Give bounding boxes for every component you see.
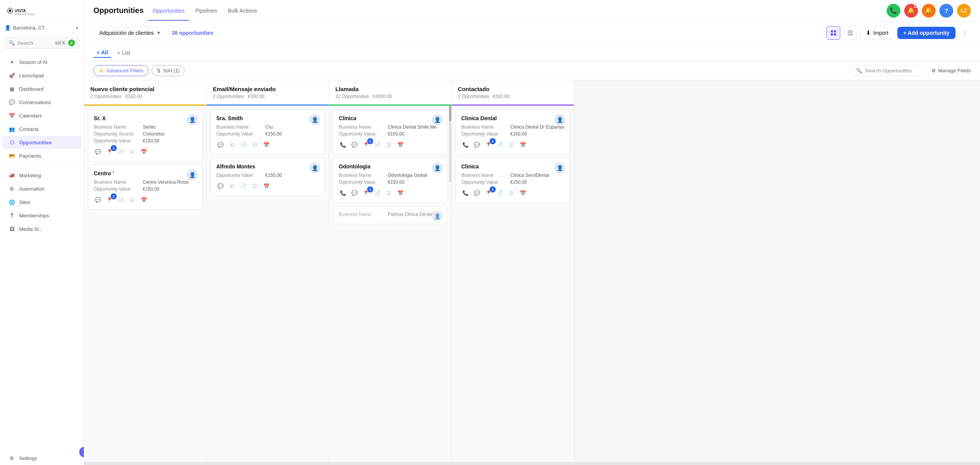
doc-action-icon[interactable]: 📄 bbox=[496, 140, 504, 149]
check-action-icon[interactable]: ☑ bbox=[251, 182, 259, 190]
card-alfredo[interactable]: 👤 Alfredo Montes Opportunity Value: €150… bbox=[211, 158, 325, 196]
import-button[interactable]: ⬇ Import bbox=[860, 26, 894, 39]
card-field: Opportunity Value: €150,00 bbox=[216, 131, 319, 137]
card-field: Opportunity Value: €150,00 bbox=[461, 131, 564, 137]
calendar-action-icon[interactable]: 📅 bbox=[140, 147, 148, 156]
calendar-action-icon[interactable]: 📅 bbox=[262, 182, 271, 190]
sidebar-item-marketing[interactable]: 📣 Marketing bbox=[2, 169, 82, 182]
add-opportunity-button[interactable]: + Add opportunity bbox=[897, 27, 956, 39]
card-name-alfredo: Alfredo Montes bbox=[216, 163, 319, 170]
chat-action-icon[interactable]: 💬 bbox=[473, 189, 481, 197]
doc-action-icon[interactable]: 📄 bbox=[373, 140, 382, 149]
all-tab[interactable]: ≡ All bbox=[93, 48, 111, 58]
help-button[interactable]: ? bbox=[939, 4, 953, 18]
chat-action-icon[interactable]: 💬 bbox=[350, 140, 359, 149]
card-srasmith[interactable]: 👤 Sra. Smith Business Name: Cru Opportun… bbox=[211, 109, 325, 155]
doc-action-icon[interactable]: 📄 bbox=[117, 196, 125, 204]
sidebar-item-contacts[interactable]: 👥 Contacts bbox=[2, 122, 82, 135]
calendar-action-icon[interactable]: 📅 bbox=[396, 140, 405, 149]
card-field: Opportunity Value: €150,00 bbox=[216, 173, 319, 178]
chat-action-icon[interactable]: 💬 bbox=[216, 182, 225, 190]
list-view-button[interactable] bbox=[843, 26, 857, 40]
tag-action-icon[interactable]: 🏷 bbox=[228, 140, 236, 149]
location-selector[interactable]: 👤 Barcelona, CT ▼ bbox=[0, 22, 84, 34]
card-centro[interactable]: 👤 Centro ' Business Name: Centro Veronic… bbox=[88, 165, 203, 210]
manage-fields-button[interactable]: ⚙ Manage Fields bbox=[931, 68, 971, 73]
sidebar-item-memberships[interactable]: 🎖 Memberships bbox=[2, 209, 82, 222]
card-field: Business Name: Clinica Dental Smile Me bbox=[339, 124, 442, 130]
calendar-action-icon[interactable]: 📅 bbox=[519, 189, 527, 197]
doc-action-icon[interactable]: 📄 bbox=[496, 189, 504, 197]
card-clinica2[interactable]: 👤 Clinica Business Name: Clinica ServiDe… bbox=[456, 158, 570, 203]
calendar-action-icon[interactable]: 📅 bbox=[396, 189, 405, 197]
add-label: + Add opportunity bbox=[903, 30, 949, 36]
phone-action-icon[interactable]: 📞 bbox=[461, 189, 470, 197]
chat-action-icon[interactable]: 💬 bbox=[473, 140, 481, 149]
sidebar-item-dashboard[interactable]: ▦ Dashboard bbox=[2, 82, 82, 95]
search-opportunities-input[interactable]: 🔍 Search Opportunities bbox=[850, 65, 927, 76]
phone-action-icon[interactable]: 📞 bbox=[339, 140, 347, 149]
doc-action-icon[interactable]: 📄 bbox=[239, 140, 248, 149]
calendar-action-icon[interactable]: 📅 bbox=[519, 140, 527, 149]
sidebar-bottom: ⚙ Settings ‹ bbox=[0, 451, 84, 465]
check-action-icon[interactable]: ☑ bbox=[251, 140, 259, 149]
import-icon: ⬇ bbox=[866, 29, 871, 36]
check-action-icon[interactable]: ☑ bbox=[128, 196, 137, 204]
tab-opportunities[interactable]: Opportunities bbox=[148, 2, 189, 21]
chat-action-icon[interactable]: 💬 bbox=[94, 147, 102, 156]
call-button[interactable]: 📞 bbox=[887, 4, 900, 18]
tab-bulk-actions[interactable]: Bulk Actions bbox=[223, 2, 261, 21]
notification-button[interactable]: 🔔 bbox=[904, 4, 918, 18]
sidebar-item-media[interactable]: 🖼 Media St... bbox=[2, 222, 82, 235]
tab-pipelines[interactable]: Pipelines bbox=[191, 2, 222, 21]
alert-button[interactable]: 🔔 bbox=[922, 4, 936, 18]
sidebar-item-opportunities[interactable]: ⬡ Opportunities bbox=[2, 136, 82, 149]
search-button[interactable]: 🔍 Search ctrl K ⚡ bbox=[5, 37, 79, 49]
card-odontologia[interactable]: 👤 Odontologia Business Name: Odontologia… bbox=[333, 158, 448, 203]
chat-action-icon[interactable]: 💬 bbox=[94, 196, 102, 204]
sidebar-item-sites[interactable]: 🌐 Sites bbox=[2, 196, 82, 209]
user-avatar[interactable]: LZ bbox=[957, 4, 971, 18]
doc-action-icon[interactable]: 📄 bbox=[239, 182, 248, 190]
pipeline-dropdown[interactable]: Adquisición de clientes ▼ bbox=[93, 27, 167, 39]
phone-action-icon[interactable]: 📞 bbox=[339, 189, 347, 197]
automation-icon: ⚙ bbox=[8, 185, 15, 192]
check-action-icon[interactable]: ☑ bbox=[385, 140, 393, 149]
calendar-action-icon[interactable]: 📅 bbox=[262, 140, 271, 149]
card-patricia[interactable]: 👤 Business Name: Patricia Clinica Dental bbox=[333, 206, 448, 224]
phone-action-icon[interactable]: 📞 bbox=[461, 140, 470, 149]
chat-action-icon[interactable]: 💬 bbox=[216, 140, 225, 149]
sort-button[interactable]: ⇅ Sort (1) bbox=[152, 65, 185, 76]
col-cards-contactado: 👤 Clinica Dental Business Name: Clinica … bbox=[452, 106, 574, 462]
opportunities-count[interactable]: 38 opportunities bbox=[172, 30, 213, 36]
plus-icon: + bbox=[117, 50, 120, 56]
card-field: Business Name: Clinica Dental Dr Espanya bbox=[461, 124, 564, 130]
doc-action-icon[interactable]: 📄 bbox=[117, 147, 125, 156]
card-srx[interactable]: 👤 Sr. X Business Name: Sertec Opportunit… bbox=[88, 109, 203, 162]
check-action-icon[interactable]: ☑ bbox=[507, 140, 516, 149]
doc-action-icon[interactable]: 📄 bbox=[373, 189, 382, 197]
sidebar-item-payments[interactable]: 💳 Payments bbox=[2, 149, 82, 162]
sidebar-item-settings[interactable]: ⚙ Settings bbox=[2, 452, 82, 465]
card-clinica[interactable]: 👤 Clinica Business Name: Clinica Dental … bbox=[333, 109, 448, 155]
more-options-button[interactable]: ⋮ bbox=[959, 27, 971, 39]
sidebar-item-calendars[interactable]: 📅 Calendars bbox=[2, 109, 82, 122]
horizontal-scrollbar[interactable] bbox=[84, 462, 980, 465]
advanced-filters-button[interactable]: ⚡ Advanced Filters bbox=[93, 65, 149, 76]
calendar-action-icon[interactable]: 📅 bbox=[140, 196, 148, 204]
card-field: Business Name: Clinica ServiDental bbox=[461, 173, 564, 178]
check-action-icon[interactable]: ☑ bbox=[507, 189, 516, 197]
list-tab[interactable]: + List bbox=[114, 48, 133, 57]
tag-action-icon[interactable]: 🏷 bbox=[228, 182, 236, 190]
sidebar-item-season[interactable]: ✦ Season of AI bbox=[2, 55, 82, 69]
check-action-icon[interactable]: ☑ bbox=[128, 147, 137, 156]
sidebar-item-launchpad[interactable]: 🚀 Launchpad bbox=[2, 69, 82, 82]
check-action-icon[interactable]: ☑ bbox=[385, 189, 393, 197]
card-clinicadental[interactable]: 👤 Clinica Dental Business Name: Clinica … bbox=[456, 109, 570, 155]
grid-view-button[interactable] bbox=[826, 26, 840, 40]
sidebar-item-conversations[interactable]: 💬 Conversations bbox=[2, 96, 82, 109]
scroll-track bbox=[449, 106, 451, 182]
chat-action-icon[interactable]: 💬 bbox=[350, 189, 359, 197]
sidebar-item-automation[interactable]: ⚙ Automation bbox=[2, 182, 82, 195]
star-icon: ✦ bbox=[8, 59, 15, 65]
